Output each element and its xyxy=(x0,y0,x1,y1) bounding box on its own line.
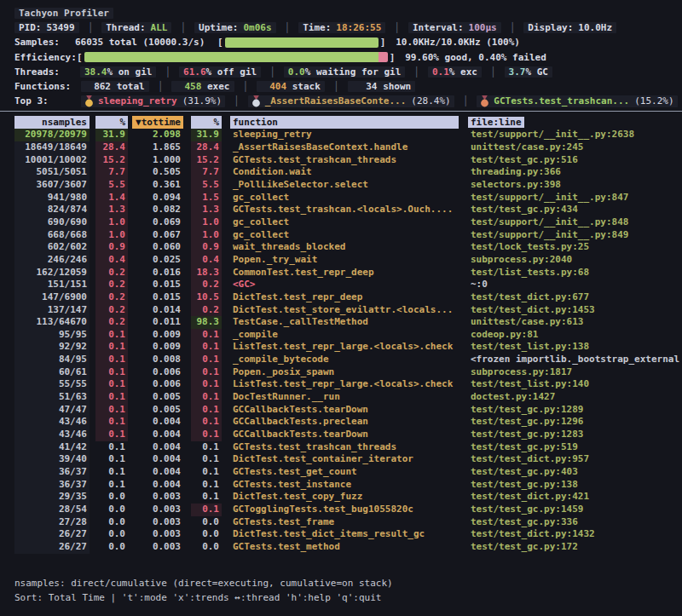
cell-fl: test/test_dict.py:677 xyxy=(468,291,592,304)
cell-ns: 92/92 xyxy=(14,341,90,354)
cell-fn: <GC> xyxy=(230,279,459,291)
sort-keybar: Sort: Total Time | 't':mode 'x':trends ↔… xyxy=(14,590,682,605)
table-row: 36/370.10.0040.1GCTests.test_get_countte… xyxy=(14,466,682,479)
cell-ns: 668/668 xyxy=(14,229,90,242)
cell-p2: 7.7 xyxy=(191,166,222,179)
table-row: 668/6681.00.0671.0gc_collecttest/support… xyxy=(14,229,682,242)
cell-fn: GCTests.test_trashcan_threads xyxy=(230,154,459,167)
cell-tt: 1.865 xyxy=(132,141,183,154)
col-header-nsamples[interactable]: nsamples xyxy=(14,116,90,129)
samples-bar-fill xyxy=(225,37,379,48)
cell-p2: 98.3 xyxy=(191,316,222,329)
col-header-function[interactable]: function xyxy=(230,116,459,129)
cell-ns: 137/147 xyxy=(14,304,90,317)
cell-fn: gc_collect xyxy=(230,216,459,229)
cell-p1: 0.1 xyxy=(95,404,128,417)
table-row: 824/8741.30.0821.3GCTests.test_trashcan.… xyxy=(14,204,682,216)
cell-fl: unittest/case.py:613 xyxy=(468,316,586,329)
divider: │ xyxy=(165,66,170,78)
functions-exec: 458 exec xyxy=(171,81,234,92)
cell-fl: test/test_gc.py:336 xyxy=(468,516,581,529)
thread-field[interactable]: Thread:ALL xyxy=(101,22,171,33)
cell-fl: unittest/case.py:245 xyxy=(468,141,586,154)
cell-ns: 28/54 xyxy=(14,504,90,516)
cell-tt: 0.015 xyxy=(132,291,183,304)
table-row: 162/120590.20.01618.3CommonTest.test_rep… xyxy=(14,267,682,279)
cell-ns: 3607/3607 xyxy=(14,179,90,192)
table-row: 246/2460.40.0250.4Popen._try_waitsubproc… xyxy=(14,254,682,267)
bar-close-bracket: ] xyxy=(380,37,386,48)
cell-p1: 0.1 xyxy=(95,479,128,492)
cell-fl: test/support/__init__.py:849 xyxy=(468,229,631,242)
cell-ns: 43/46 xyxy=(14,429,90,441)
cell-p2: 0.1 xyxy=(191,441,222,454)
table-row: 92/920.10.0090.1ListTest.test_repr_large… xyxy=(14,341,682,354)
divider: │ xyxy=(243,81,249,92)
cell-tt: 0.004 xyxy=(132,453,183,466)
cell-fl: test/test_dict.py:957 xyxy=(468,453,592,466)
table-row: 26/270.00.0030.0DictTest.test_dict_items… xyxy=(14,528,682,541)
top3-line: Top 3: sleeping_retry (31.9%) │ _AssertR… xyxy=(14,94,682,108)
cell-ns: 47/47 xyxy=(14,404,90,417)
functions-total: 862 total xyxy=(81,81,149,92)
col-header-cumulative-pct[interactable]: % xyxy=(191,116,222,129)
threads-waiting-gil: 0.0% waiting for gil xyxy=(284,66,405,78)
cell-ns: 941/980 xyxy=(14,192,90,204)
cell-tt: 2.098 xyxy=(132,129,183,141)
col-header-sample-pct[interactable]: % xyxy=(95,116,128,129)
cell-fn: DictTest.test_repr_deep xyxy=(230,291,459,304)
cell-p2: 18.3 xyxy=(191,267,222,279)
col-header-file-line[interactable]: file:line xyxy=(468,116,524,129)
cell-fn: ListTest.test_repr_large.<locals>.check xyxy=(230,341,459,354)
silver-medal-icon xyxy=(251,95,261,107)
threads-line: Threads: 38.4% on gil │ 61.6% off gil │ … xyxy=(14,65,682,79)
table-row: 26/270.00.0030.0GCTests.test_methodtest/… xyxy=(14,541,682,554)
cell-fl: test/support/__init__.py:2638 xyxy=(468,129,637,141)
cell-fn: GCTests.test_instance xyxy=(230,479,459,492)
cell-fn: TestCase._callTestMethod xyxy=(230,316,459,329)
cell-ns: 55/55 xyxy=(14,378,90,391)
cell-ns: 690/690 xyxy=(14,216,90,229)
cell-tt: 0.004 xyxy=(132,441,183,454)
cell-tt: 0.082 xyxy=(132,204,183,216)
cell-fn: Condition.wait xyxy=(230,166,459,179)
table-row: 41/420.10.0040.1GCTests.test_trashcan_th… xyxy=(14,441,682,454)
col-header-tottime-sorted[interactable]: ▼tottime xyxy=(132,116,183,129)
cell-tt: 0.505 xyxy=(132,166,183,179)
cell-fn: GCTests.test_trashcan.<locals>.Ouch.... xyxy=(230,204,459,216)
functions-label: Functions: xyxy=(14,81,71,92)
cell-p2: 0.1 xyxy=(191,504,222,516)
cell-fl: test/lock_tests.py:25 xyxy=(468,241,592,254)
cell-p2: 0.1 xyxy=(191,429,222,441)
cell-p1: 0.1 xyxy=(95,416,128,429)
cell-p2: 28.4 xyxy=(191,141,222,154)
bar-open-bracket: [ xyxy=(217,37,223,48)
cell-fn: gc_collect xyxy=(230,229,459,242)
cell-fl: test/test_gc.py:1283 xyxy=(468,429,586,441)
cell-fn: GCCallbackTests.tearDown xyxy=(230,404,459,417)
cell-fn: GCTogglingTests.test_bug1055820c xyxy=(230,504,459,516)
cell-ns: 18649/18649 xyxy=(14,141,90,154)
cell-tt: 0.067 xyxy=(132,229,183,242)
table-row: 51/630.10.0050.1DocTestRunner.__rundocte… xyxy=(14,391,682,404)
header-separator xyxy=(0,111,682,112)
cell-ns: 51/63 xyxy=(14,391,90,404)
cell-fn: _AssertRaisesBaseContext.handle xyxy=(230,141,459,154)
table-row: 60/610.10.0060.1Popen._posix_spawnsubpro… xyxy=(14,366,682,379)
divider: │ xyxy=(510,22,516,33)
cell-tt: 0.004 xyxy=(132,479,183,492)
cell-tt: 1.000 xyxy=(132,154,183,167)
cell-p1: 0.2 xyxy=(95,316,128,329)
cell-p2: 0.2 xyxy=(191,279,222,291)
cell-ns: 602/602 xyxy=(14,241,90,254)
uptime-field: Uptime:0m06s xyxy=(194,22,275,33)
cell-ns: 147/6900 xyxy=(14,291,90,304)
cell-p1: 0.1 xyxy=(95,453,128,466)
cell-p1: 0.1 xyxy=(95,441,128,454)
divider: │ xyxy=(490,66,496,78)
table-header: nsamples % ▼tottime % function file:line xyxy=(14,116,682,129)
cell-ns: 95/95 xyxy=(14,329,90,342)
cell-fl: subprocess.py:1817 xyxy=(468,366,575,379)
efficiency-bar-fail xyxy=(379,52,388,62)
cell-p2: 0.0 xyxy=(191,541,222,554)
